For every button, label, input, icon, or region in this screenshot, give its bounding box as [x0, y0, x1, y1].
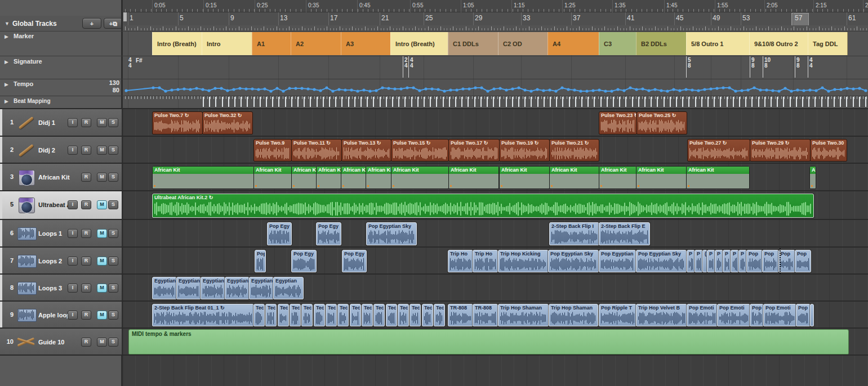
mute-button[interactable]: M: [97, 338, 107, 347]
record-enable-button[interactable]: R: [81, 173, 91, 182]
mute-button[interactable]: M: [97, 200, 107, 209]
region[interactable]: Pulse Two.21 ↻: [549, 139, 599, 161]
track-header-row[interactable]: 5Ultrabeat A...IRMS: [0, 191, 122, 219]
tempo-lane-header[interactable]: ▶ Tempo 130 80: [0, 80, 122, 95]
region[interactable]: Pop Egy: [316, 222, 341, 245]
region[interactable]: P: [687, 250, 695, 272]
track-header-row[interactable]: 6Loops 1IRMS: [0, 220, 122, 246]
region[interactable]: P: [695, 250, 703, 272]
expand-triangle-icon[interactable]: ▶: [5, 98, 8, 104]
record-enable-button[interactable]: R: [81, 229, 91, 238]
solo-button[interactable]: S: [108, 146, 118, 155]
region[interactable]: Tec: [373, 304, 385, 326]
time-signature[interactable]: 4 4: [809, 57, 813, 69]
record-enable-button[interactable]: R: [81, 284, 91, 293]
region[interactable]: Tec: [350, 304, 361, 326]
arrangement-marker[interactable]: 9&10/8 Outro 2: [749, 32, 809, 55]
region[interactable]: Egyptian: [225, 277, 250, 299]
arrangement-marker[interactable]: C3: [599, 32, 637, 55]
track-name[interactable]: Loops 2: [38, 258, 71, 264]
region[interactable]: Pop Emoti: [687, 304, 718, 326]
expand-triangle-icon[interactable]: ▶: [5, 59, 8, 65]
time-signature[interactable]: 10 8: [764, 57, 771, 69]
time-signature[interactable]: 4 4: [410, 57, 413, 69]
time-signature[interactable]: 4 4: [128, 57, 132, 69]
track-name[interactable]: Apple loop...: [38, 312, 71, 318]
input-monitor-button[interactable]: I: [68, 118, 78, 127]
region[interactable]: Pop: [750, 304, 764, 326]
record-enable-button[interactable]: R: [81, 257, 91, 266]
solo-button[interactable]: S: [108, 118, 118, 127]
region[interactable]: Egyptian: [249, 277, 274, 299]
mute-button[interactable]: M: [97, 229, 107, 238]
track-name[interactable]: Ultrabeat A...: [38, 201, 71, 208]
region[interactable]: Tec: [362, 304, 373, 326]
bar-ruler[interactable]: 15913172125293337414549535761: [123, 12, 868, 25]
region[interactable]: Egyptian: [201, 277, 225, 299]
region[interactable]: 2-Step Back Flip E: [599, 222, 650, 245]
add-global-track-button[interactable]: +: [82, 18, 101, 29]
region[interactable]: African Kit: [549, 166, 599, 189]
region[interactable]: Pulse Two.25 ↻: [636, 111, 687, 134]
region[interactable]: Trip Hop Shaman: [498, 304, 549, 326]
arrangement-marker[interactable]: A3: [341, 32, 391, 55]
region[interactable]: Egyptian: [176, 277, 201, 299]
mute-button[interactable]: M: [97, 173, 107, 182]
region[interactable]: Ultrabeat African Kit.2 ↻: [152, 194, 814, 218]
region[interactable]: 2-Step Back Flip I: [549, 222, 599, 245]
region[interactable]: African Kit: [316, 166, 341, 189]
region[interactable]: Pop Emoti: [717, 304, 750, 326]
region[interactable]: Tec: [386, 304, 397, 326]
track-header-row[interactable]: 1Didj 1IRMS: [0, 109, 122, 136]
tempo-lane[interactable]: [123, 79, 868, 96]
track-name[interactable]: Didj 2: [38, 147, 71, 154]
region[interactable]: African Kit: [599, 166, 636, 189]
region[interactable]: Pop Emoti: [763, 304, 796, 326]
region[interactable]: P: [731, 250, 739, 272]
solo-button[interactable]: S: [108, 200, 118, 209]
region[interactable]: Pop Egyptian Sky: [548, 250, 599, 272]
marker-lane-header[interactable]: ▶ Marker: [0, 33, 122, 42]
region[interactable]: P: [715, 250, 723, 272]
arrangement-marker[interactable]: Intro: [202, 32, 253, 55]
region[interactable]: Tec: [326, 304, 337, 326]
region[interactable]: Pop: [255, 250, 266, 272]
region[interactable]: Pop Egy: [342, 250, 367, 272]
arrangement-marker[interactable]: A2: [291, 32, 342, 55]
time-signature[interactable]: 5 8: [688, 57, 691, 69]
region[interactable]: [810, 304, 814, 326]
region[interactable]: Pulse Two.13 ↻: [341, 139, 391, 161]
region[interactable]: P: [723, 250, 731, 272]
solo-button[interactable]: S: [108, 257, 118, 266]
arrangement-marker[interactable]: C1 DDLs: [448, 32, 499, 55]
region[interactable]: Pulse Two.30: [810, 139, 847, 161]
region[interactable]: African Kit: [152, 166, 254, 189]
arrangement-marker[interactable]: Tag DDL: [808, 32, 848, 55]
region[interactable]: Tec: [301, 304, 313, 326]
time-signature[interactable]: 2 4: [404, 57, 408, 69]
mute-button[interactable]: M: [97, 146, 107, 155]
region[interactable]: TR-808: [473, 304, 498, 326]
beat-mapping-lane-header[interactable]: ▶ Beat Mapping: [0, 97, 122, 106]
region[interactable]: Pulse Two.23 ↻: [599, 111, 637, 134]
input-monitor-button[interactable]: I: [68, 284, 78, 293]
arrangement-marker[interactable]: A1: [252, 32, 292, 55]
arrangement-marker[interactable]: C2 OD: [498, 32, 549, 55]
region[interactable]: Pop Egyptian: [599, 250, 636, 272]
region[interactable]: Pulse Two.11 ↻: [291, 139, 342, 161]
region[interactable]: Pulse Two.19 ↻: [499, 139, 550, 161]
track-header-row[interactable]: 3African KitRMS: [0, 164, 122, 190]
region[interactable]: African Kit: [636, 166, 687, 189]
region[interactable]: Trip Hop Velvet B: [636, 304, 687, 326]
track-name[interactable]: Loops 3: [38, 285, 71, 291]
expand-triangle-icon[interactable]: ▶: [5, 82, 8, 87]
record-enable-button[interactable]: R: [81, 200, 91, 209]
track-header-row[interactable]: 7Loops 2IRMS: [0, 248, 122, 273]
region[interactable]: African Kit: [366, 166, 391, 189]
mute-button[interactable]: M: [97, 284, 107, 293]
region[interactable]: African Kit: [341, 166, 366, 189]
region[interactable]: Tec: [253, 304, 265, 326]
region[interactable]: 2-Step Back Flip Beat 01_1 ↻: [152, 304, 254, 326]
region[interactable]: Pop: [778, 250, 795, 272]
region[interactable]: Pulse Two.32 ↻: [202, 111, 253, 134]
